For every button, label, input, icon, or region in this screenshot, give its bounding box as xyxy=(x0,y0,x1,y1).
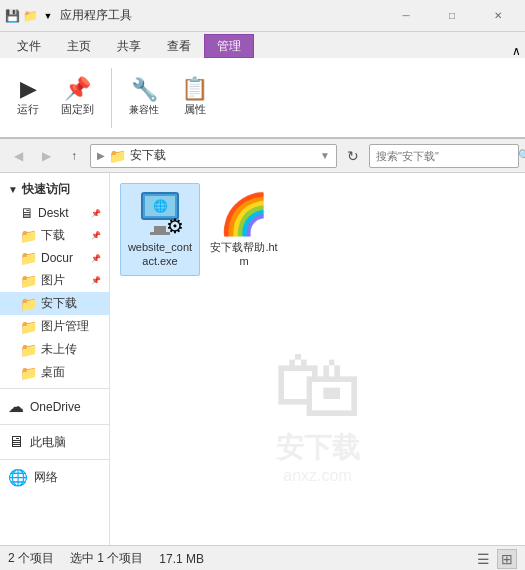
sidebar-onedrive[interactable]: ☁ OneDrive xyxy=(0,393,109,420)
sidebar-network[interactable]: 🌐 网络 xyxy=(0,464,109,491)
sidebar-divider3 xyxy=(0,459,109,460)
onedrive-icon: ☁ xyxy=(8,397,24,416)
large-icon-view-button[interactable]: ⊞ xyxy=(497,549,517,569)
close-button[interactable]: ✕ xyxy=(475,0,521,32)
dropdown-icon[interactable]: ▼ xyxy=(40,8,56,24)
run-icon: ▶ xyxy=(20,78,37,100)
sidebar-item-docs[interactable]: 📁 Docur 📌 xyxy=(0,247,109,269)
exe-file-name: website_contact.exe xyxy=(125,240,195,269)
sidebar-item-desktop[interactable]: 🖥 Deskt 📌 xyxy=(0,202,109,224)
download-label: 下载 xyxy=(41,227,65,244)
title-text: 应用程序工具 xyxy=(60,7,383,24)
title-bar: 💾 📁 ▼ 应用程序工具 ─ □ ✕ xyxy=(0,0,525,32)
watermark-text: 安下载 xyxy=(276,429,360,467)
sidebar-item-anxiazai[interactable]: 📁 安下载 xyxy=(0,292,109,315)
sidebar-divider1 xyxy=(0,388,109,389)
pin-marker4: 📌 xyxy=(91,276,101,285)
sidebar-item-desktop2[interactable]: 📁 桌面 xyxy=(0,361,109,384)
sidebar-item-notupload[interactable]: 📁 未上传 xyxy=(0,338,109,361)
up-button[interactable]: ↑ xyxy=(62,144,86,168)
pin-button[interactable]: 📌 固定到 xyxy=(52,65,103,131)
sidebar-divider2 xyxy=(0,424,109,425)
desktop-label: Deskt xyxy=(38,206,69,220)
pictures-icon: 📁 xyxy=(20,273,37,289)
address-path[interactable]: ▶ 📁 安下载 ▼ xyxy=(90,144,337,168)
run-label: 运行 xyxy=(17,102,39,117)
file-item-htm[interactable]: 🌈 安下载帮助.htm xyxy=(204,183,284,276)
separator xyxy=(111,68,112,128)
refresh-button[interactable]: ↻ xyxy=(341,144,365,168)
htm-file-icon: 🌈 xyxy=(220,190,268,238)
save-icon[interactable]: 💾 xyxy=(4,8,20,24)
desktop-icon: 🖥 xyxy=(20,205,34,221)
imgmgr-icon: 📁 xyxy=(20,319,37,335)
imgmgr-label: 图片管理 xyxy=(41,318,89,335)
title-bar-icons: 💾 📁 ▼ xyxy=(4,8,56,24)
main-area: ▼ 快速访问 🖥 Deskt 📌 📁 下载 📌 📁 Docur 📌 📁 图片 📌… xyxy=(0,173,525,545)
pin-icon: 📌 xyxy=(64,78,91,100)
properties-button[interactable]: 📋 属性 xyxy=(172,65,217,131)
sidebar-thispc[interactable]: 🖥 此电脑 xyxy=(0,429,109,455)
search-box[interactable]: 🔍 xyxy=(369,144,519,168)
pin-marker2: 📌 xyxy=(91,231,101,240)
htm-file-name: 安下载帮助.htm xyxy=(209,240,279,269)
watermark-sub: anxz.com xyxy=(283,467,351,485)
status-bar: 2 个项目 选中 1 个项目 17.1 MB ☰ ⊞ xyxy=(0,545,525,570)
quickaccess-label: 快速访问 xyxy=(22,181,70,198)
expand-icon: ∧ xyxy=(512,44,521,58)
address-bar: ◀ ▶ ↑ ▶ 📁 安下载 ▼ ↻ 🔍 xyxy=(0,139,525,173)
anxiazai-label: 安下载 xyxy=(41,295,77,312)
sidebar-item-download[interactable]: 📁 下载 📌 xyxy=(0,224,109,247)
thispc-label: 此电脑 xyxy=(30,434,66,451)
quickaccess-header[interactable]: ▼ 快速访问 xyxy=(0,177,109,202)
maximize-button[interactable]: □ xyxy=(429,0,475,32)
sidebar-item-pictures[interactable]: 📁 图片 📌 xyxy=(0,269,109,292)
details-view-button[interactable]: ☰ xyxy=(473,549,493,569)
sidebar-item-imgmgr[interactable]: 📁 图片管理 xyxy=(0,315,109,338)
tab-home[interactable]: 主页 xyxy=(54,34,104,58)
app-tool-label: 应用程序工具 xyxy=(60,7,132,24)
notupload-label: 未上传 xyxy=(41,341,77,358)
docs-label: Docur xyxy=(41,251,73,265)
path-folder: 📁 安下载 xyxy=(109,147,166,164)
download-folder-icon: 📁 xyxy=(20,228,37,244)
back-button[interactable]: ◀ xyxy=(6,144,30,168)
notupload-icon: 📁 xyxy=(20,342,37,358)
desktop2-label: 桌面 xyxy=(41,364,65,381)
search-icon: 🔍 xyxy=(518,149,525,162)
content-area: 🛍 安下载 anxz.com 🌐 ⚙ websit xyxy=(110,173,525,545)
run-button[interactable]: ▶ 运行 xyxy=(8,65,48,131)
forward-button[interactable]: ▶ xyxy=(34,144,58,168)
tab-share[interactable]: 共享 xyxy=(104,34,154,58)
sidebar: ▼ 快速访问 🖥 Deskt 📌 📁 下载 📌 📁 Docur 📌 📁 图片 📌… xyxy=(0,173,110,545)
file-grid: 🌐 ⚙ website_contact.exe 🌈 安下载帮助.htm xyxy=(110,173,525,286)
props-label: 属性 xyxy=(184,102,206,117)
tab-file[interactable]: 文件 xyxy=(4,34,54,58)
pin-label: 固定到 xyxy=(61,102,94,117)
search-input[interactable] xyxy=(376,150,514,162)
path-chevron: ▶ xyxy=(97,150,105,161)
pictures-label: 图片 xyxy=(41,272,65,289)
tab-view[interactable]: 查看 xyxy=(154,34,204,58)
gear-overlay-icon: ⚙ xyxy=(166,214,184,238)
minimize-button[interactable]: ─ xyxy=(383,0,429,32)
selected-count: 选中 1 个项目 xyxy=(70,550,143,567)
ribbon-expand[interactable]: ∧ xyxy=(512,44,521,58)
watermark: 🛍 安下载 anxz.com xyxy=(273,334,363,485)
anxiazai-icon: 📁 xyxy=(20,296,37,312)
pin-marker3: 📌 xyxy=(91,254,101,263)
ribbon-tabs: 文件 主页 共享 查看 管理 ∧ xyxy=(0,32,525,58)
new-folder-icon[interactable]: 📁 xyxy=(22,8,38,24)
docs-icon: 📁 xyxy=(20,250,37,266)
thispc-icon: 🖥 xyxy=(8,433,24,451)
onedrive-label: OneDrive xyxy=(30,400,81,414)
compatibility-button[interactable]: 🔧 兼容性 xyxy=(120,65,168,131)
tab-manage[interactable]: 管理 xyxy=(204,34,254,58)
address-dropdown-btn[interactable]: ▼ xyxy=(320,150,330,161)
ribbon: 文件 主页 共享 查看 管理 ∧ ▶ 运行 📌 固定到 🔧 兼容性 📋 属性 xyxy=(0,32,525,139)
quickaccess-chevron: ▼ xyxy=(8,184,18,195)
monitor-screen: 🌐 xyxy=(145,196,175,216)
file-item-exe[interactable]: 🌐 ⚙ website_contact.exe xyxy=(120,183,200,276)
network-icon: 🌐 xyxy=(8,468,28,487)
file-size: 17.1 MB xyxy=(159,552,204,566)
